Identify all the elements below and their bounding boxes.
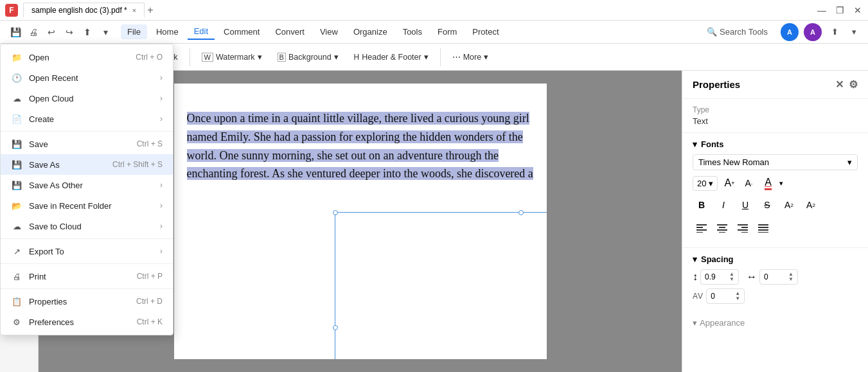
- menu-view[interactable]: View: [314, 24, 344, 39]
- font-size-chevron-icon: ▾: [709, 179, 713, 188]
- print-shortcut: Ctrl + P: [137, 272, 163, 281]
- menu-home[interactable]: Home: [150, 24, 185, 39]
- tab-label: sample english doc (3).pdf *: [31, 6, 127, 15]
- spacing-header[interactable]: ▾ Spacing: [693, 254, 858, 264]
- print-button[interactable]: 🖨: [26, 24, 41, 40]
- menu-file[interactable]: File: [121, 24, 147, 39]
- background-button[interactable]: B Background ▾: [271, 49, 345, 65]
- more-button[interactable]: ⋯ More ▾: [446, 49, 495, 65]
- expand-button[interactable]: ▾: [98, 24, 113, 40]
- font-color-button[interactable]: A: [760, 175, 775, 191]
- av-input[interactable]: 0 ▲ ▼: [706, 288, 745, 304]
- menu-item-export-label: Export To: [29, 247, 64, 256]
- line-spacing-input[interactable]: 0.9 ▲ ▼: [700, 269, 739, 285]
- minimize-button[interactable]: —: [817, 5, 827, 15]
- align-left-button[interactable]: [693, 219, 711, 237]
- export-icon: ↗: [11, 245, 22, 257]
- collapse-button[interactable]: ▾: [847, 26, 860, 39]
- save-as-shortcut: Ctrl + Shift + S: [112, 160, 163, 169]
- save-icon: 💾: [11, 138, 22, 150]
- watermark-button[interactable]: W Watermark ▾: [195, 49, 269, 65]
- open-cloud-icon: ☁: [11, 93, 22, 104]
- para-spacing-down[interactable]: ▼: [788, 277, 793, 282]
- align-right-button[interactable]: [734, 219, 752, 237]
- menu-convert[interactable]: Convert: [269, 24, 311, 39]
- properties-panel: Properties ✕ ⚙ Type Text ▾ Fonts Times N…: [682, 71, 868, 372]
- restore-button[interactable]: ❐: [835, 5, 845, 15]
- subscript-button[interactable]: A2: [802, 196, 820, 214]
- menu-item-save-to-cloud[interactable]: ☁ Save to Cloud ›: [1, 216, 173, 236]
- menu-organize[interactable]: Organize: [347, 24, 394, 39]
- font-color-chevron-icon[interactable]: ▾: [779, 179, 783, 188]
- strikethrough-button[interactable]: S: [758, 196, 776, 214]
- undo-button[interactable]: ↩: [44, 24, 59, 40]
- font-name-select[interactable]: Times New Roman ▾: [693, 154, 858, 170]
- avatar-2[interactable]: A: [804, 23, 822, 41]
- close-button[interactable]: ✕: [853, 5, 863, 15]
- decrease-font-button[interactable]: A-: [741, 175, 756, 191]
- handle-top-left[interactable]: [333, 210, 338, 215]
- font-size-select[interactable]: 20 ▾: [693, 176, 718, 191]
- menu-item-save-as-other[interactable]: 💾 Save As Other ›: [1, 175, 173, 195]
- menu-item-properties[interactable]: 📋 Properties Ctrl + D: [1, 291, 173, 312]
- menu-item-save-label: Save: [29, 139, 48, 149]
- menu-item-export[interactable]: ↗ Export To ›: [1, 241, 173, 261]
- appearance-chevron-icon: ▾: [693, 318, 697, 328]
- open-recent-icon: 🕐: [11, 72, 22, 84]
- increase-font-button[interactable]: A+: [722, 175, 737, 191]
- menu-item-save-as-other-label: Save As Other: [29, 181, 83, 190]
- menu-form[interactable]: Form: [431, 24, 463, 39]
- search-tools-button[interactable]: 🔍 Search Tools: [702, 24, 773, 39]
- redo-button[interactable]: ↪: [62, 24, 77, 40]
- line-spacing-down[interactable]: ▼: [729, 277, 734, 282]
- menu-tools[interactable]: Tools: [396, 24, 429, 39]
- open-cloud-arrow-icon: ›: [160, 94, 163, 103]
- background-label: Background: [288, 53, 332, 62]
- active-tab[interactable]: sample english doc (3).pdf * ×: [23, 3, 145, 17]
- menu-item-save-as[interactable]: 💾 Save As Ctrl + Shift + S: [1, 154, 173, 175]
- avatar-1[interactable]: A: [781, 23, 799, 41]
- av-down[interactable]: ▼: [735, 296, 740, 301]
- menu-item-open[interactable]: 📁 Open Ctrl + O: [1, 47, 173, 67]
- italic-button[interactable]: I: [714, 196, 732, 214]
- menu-item-open-recent[interactable]: 🕐 Open Recent ›: [1, 67, 173, 88]
- menubar: 💾 🖨 ↩ ↪ ⬆ ▾ File Home Edit Comment Conve…: [0, 21, 868, 44]
- selected-text: Once upon a time in a quaint little vill…: [187, 112, 533, 180]
- menu-item-preferences[interactable]: ⚙ Preferences Ctrl + K: [1, 312, 173, 332]
- header-footer-label: Header & Footer: [362, 53, 421, 62]
- appearance-section[interactable]: ▾ Appearance: [682, 313, 868, 333]
- divider-2: [1, 238, 173, 239]
- handle-top[interactable]: [518, 210, 524, 215]
- menu-edit[interactable]: Edit: [188, 24, 215, 40]
- menu-item-save-recent-folder[interactable]: 📂 Save in Recent Folder ›: [1, 195, 173, 216]
- bold-button[interactable]: B: [693, 196, 711, 214]
- tab-close-button[interactable]: ×: [132, 6, 136, 14]
- menu-item-create[interactable]: 📄 Create ›: [1, 109, 173, 129]
- align-justify-button[interactable]: [754, 219, 772, 237]
- header-footer-button[interactable]: H Header & Footer ▾: [348, 49, 435, 65]
- superscript-button[interactable]: A2: [780, 196, 798, 214]
- menu-item-preferences-label: Preferences: [29, 317, 74, 327]
- menu-item-save-to-cloud-label: Save to Cloud: [29, 222, 82, 231]
- menu-item-open-cloud[interactable]: ☁ Open Cloud ›: [1, 88, 173, 109]
- save-as-other-icon: 💾: [11, 179, 22, 191]
- menu-item-print[interactable]: 🖨 Print Ctrl + P: [1, 266, 173, 287]
- menu-item-save[interactable]: 💾 Save Ctrl + S: [1, 134, 173, 154]
- properties-icon: 📋: [11, 296, 22, 307]
- menu-protect[interactable]: Protect: [466, 24, 505, 39]
- save-to-cloud-arrow-icon: ›: [160, 222, 163, 231]
- handle-left[interactable]: [333, 325, 338, 330]
- av-row: AV 0 ▲ ▼: [693, 288, 858, 304]
- paragraph-spacing-input[interactable]: 0 ▲ ▼: [759, 269, 798, 285]
- settings-icon[interactable]: ⚙: [849, 78, 858, 91]
- cloud-sync-button[interactable]: ⬆: [827, 24, 842, 40]
- menu-item-open-recent-label: Open Recent: [29, 73, 78, 83]
- fonts-header[interactable]: ▾ Fonts: [693, 139, 858, 149]
- new-tab-button[interactable]: +: [147, 4, 153, 16]
- align-center-button[interactable]: [713, 219, 731, 237]
- close-panel-button[interactable]: ✕: [835, 78, 844, 91]
- underline-button[interactable]: U: [736, 196, 754, 214]
- share-button[interactable]: ⬆: [80, 24, 95, 40]
- menu-comment[interactable]: Comment: [217, 24, 266, 39]
- save-button[interactable]: 💾: [8, 24, 23, 40]
